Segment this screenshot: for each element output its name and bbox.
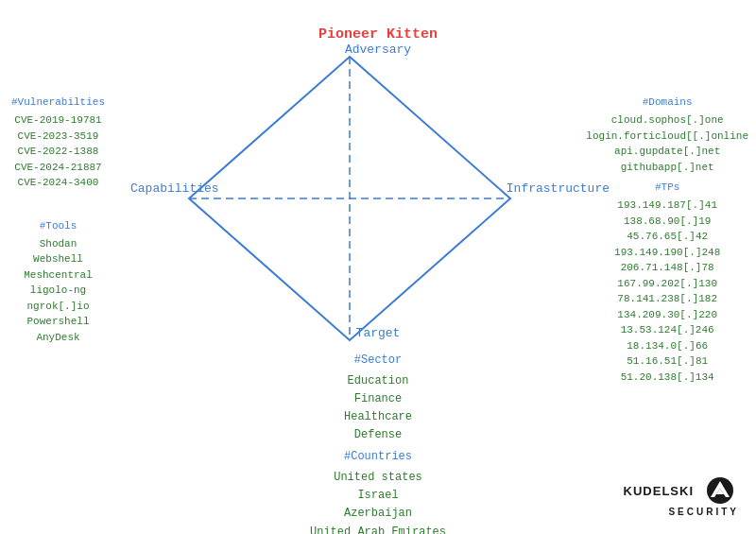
capabilities-label: Capabilities (130, 181, 219, 196)
sector-1: Education (310, 372, 446, 390)
sector-3: Healthcare (310, 408, 446, 426)
right-panel: #Domains cloud.sophos[.]one login.fortic… (586, 90, 748, 385)
logo-row: KUDELSKI (624, 476, 739, 505)
bottom-panel: #Sector Education Finance Healthcare Def… (310, 348, 446, 534)
tool-1: Shodan (11, 236, 105, 252)
tool-7: AnyDesk (11, 330, 105, 346)
ip-6: 167.99.202[.]130 (586, 276, 748, 292)
ip-7: 78.141.238[.]182 (586, 291, 748, 307)
countries-header: #Countries (344, 450, 412, 463)
country-2: Israel (310, 487, 446, 505)
cve-4: CVE-2024-21887 (11, 160, 105, 176)
logo-subtitle: SECURITY (668, 507, 739, 517)
logo-area: KUDELSKI SECURITY (624, 476, 739, 517)
ip-1: 193.149.187[.]41 (586, 198, 748, 214)
tool-2: Webshell (11, 251, 105, 267)
left-panel: #Vulnerabilties CVE-2019-19781 CVE-2023-… (11, 90, 105, 345)
sector-header: #Sector (354, 353, 402, 367)
ip-11: 51.16.51[.]81 (586, 353, 748, 370)
ip-4: 193.149.190[.]248 (586, 245, 748, 261)
tool-4: ligolo-ng (11, 283, 105, 299)
domain-4: githubapp[.]net (586, 160, 748, 176)
diamond-diagram (170, 47, 529, 350)
sector-4: Defense (310, 426, 446, 444)
ip-8: 134.209.30[.]220 (586, 307, 748, 323)
pioneer-kitten-title: Pioneer Kitten (318, 26, 438, 43)
tool-5: ngrok[.]io (11, 299, 105, 315)
main-container: Pioneer Kitten Adversary Target Capabili… (0, 0, 756, 534)
cve-2: CVE-2023-3519 (11, 129, 105, 145)
target-label: Target (356, 326, 401, 340)
domain-3: api.gupdate[.]net (586, 144, 748, 160)
ip-5: 206.71.148[.]78 (586, 260, 748, 276)
ip-10: 18.134.0[.]66 (586, 338, 748, 354)
domain-2: login.forticloud[[.]online (586, 129, 748, 145)
tool-3: Meshcentral (11, 267, 105, 284)
ip-3: 45.76.65[.]42 (586, 229, 748, 245)
tool-6: Powershell (11, 314, 105, 330)
domains-header: #Domains (643, 96, 693, 108)
kudelski-mountain-icon (701, 476, 739, 505)
country-3: Azerbaijan (310, 505, 446, 523)
cve-1: CVE-2019-19781 (11, 112, 105, 129)
country-1: United states (310, 469, 446, 487)
tools-header: #Tools (40, 220, 77, 232)
ip-2: 138.68.90[.]19 (586, 214, 748, 230)
vulnerabilities-header: #Vulnerabilties (11, 96, 105, 108)
ip-9: 13.53.124[.]246 (586, 322, 748, 338)
cve-5: CVE-2024-3400 (11, 175, 105, 191)
ip-12: 51.20.138[.]134 (586, 370, 748, 386)
logo-name: KUDELSKI (624, 484, 694, 498)
country-4: United Arab Emirates (310, 524, 446, 535)
ips-header: #TPs (655, 181, 679, 193)
sector-2: Finance (310, 390, 446, 408)
domain-1: cloud.sophos[.]one (586, 112, 748, 129)
cve-3: CVE-2022-1388 (11, 144, 105, 160)
